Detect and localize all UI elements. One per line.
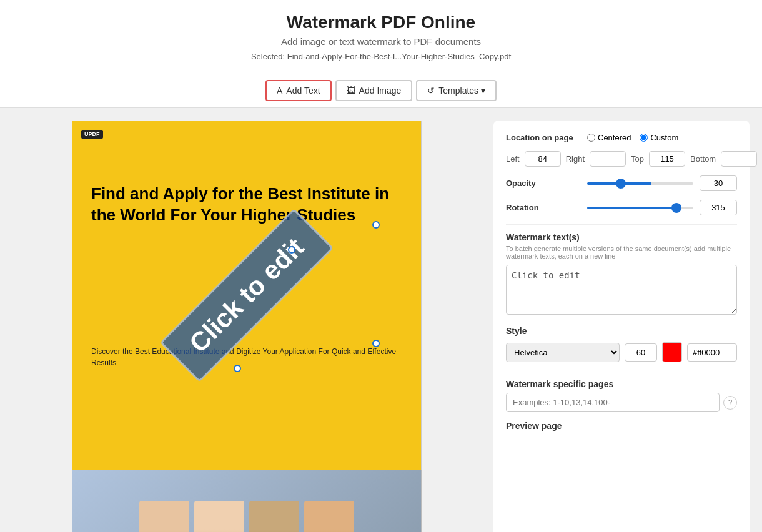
- main-content: UPDF Find and Apply for the Best Institu…: [0, 108, 762, 532]
- centered-radio[interactable]: [587, 134, 595, 142]
- style-row: Helvetica Arial Times New Roman Courier …: [506, 342, 737, 362]
- rotation-row: Rotation: [506, 200, 737, 215]
- left-input[interactable]: [525, 151, 561, 167]
- custom-option[interactable]: Custom: [640, 133, 678, 142]
- centered-option[interactable]: Centered: [587, 133, 631, 142]
- specific-pages-label: Watermark specific pages: [506, 379, 737, 389]
- left-label: Left: [506, 154, 520, 164]
- location-radio-group: Centered Custom: [587, 133, 678, 142]
- custom-radio[interactable]: [640, 134, 648, 142]
- main-toolbar: A Add Text 🖼 Add Image ↺ Templates ▾: [0, 74, 762, 108]
- bottom-input[interactable]: [721, 151, 757, 167]
- pdf-main-text: Find and Apply for the Best Institute in…: [91, 184, 402, 226]
- location-label: Location on page: [506, 133, 581, 142]
- right-label: Right: [566, 154, 585, 164]
- add-text-button[interactable]: A Add Text: [265, 80, 332, 101]
- add-image-button[interactable]: 🖼 Add Image: [335, 80, 413, 101]
- opacity-settings-label: Opacity: [506, 179, 581, 188]
- pages-input-row: ?: [506, 393, 737, 412]
- pdf-logo: UPDF: [81, 130, 103, 139]
- preview-page-label: Preview page: [506, 421, 737, 431]
- image-icon: 🖼: [347, 86, 355, 96]
- font-size-input[interactable]: [625, 343, 657, 362]
- person-2: [194, 501, 244, 532]
- watermark-texts-hint: To batch generate multiple versions of t…: [506, 245, 737, 260]
- rotation-label: Rotation: [506, 203, 581, 212]
- watermark-handle-br[interactable]: [372, 340, 380, 347]
- page-subtitle: Add image or text watermark to PDF docum…: [0, 36, 762, 47]
- text-icon: A: [277, 86, 282, 96]
- rotation-slider[interactable]: [587, 207, 693, 209]
- templates-icon: ↺: [427, 86, 435, 96]
- page-title: Watermark PDF Online: [0, 12, 762, 32]
- watermark-texts-label: Watermark text(s): [506, 232, 737, 242]
- top-label: Top: [631, 154, 644, 164]
- rotation-slider-row: [587, 200, 737, 215]
- watermark-handle-center[interactable]: [234, 365, 241, 372]
- divider-1: [506, 224, 737, 225]
- people-group: [72, 470, 421, 532]
- rotation-value-input[interactable]: [700, 200, 737, 215]
- pages-input[interactable]: [506, 393, 720, 412]
- pdf-heading: Find and Apply for the Best Institute in…: [91, 184, 402, 226]
- watermark-text-section: Watermark text(s) To batch generate mult…: [506, 232, 737, 317]
- person-3: [249, 501, 299, 532]
- pdf-sub-text: Discover the Best Educational Institute …: [91, 346, 402, 368]
- style-section: Style Helvetica Arial Times New Roman Co…: [506, 326, 737, 362]
- watermark-handle-tl[interactable]: [288, 246, 295, 254]
- top-input[interactable]: [649, 151, 685, 167]
- page-header: Watermark PDF Online Add image or text w…: [0, 0, 762, 74]
- settings-panel: Location on page Centered Custom Left Ri…: [493, 121, 750, 532]
- style-label: Style: [506, 326, 737, 336]
- selected-file: Selected: Find-and-Apply-For-the-Best-I.…: [0, 52, 762, 61]
- logo-box: UPDF: [81, 130, 103, 139]
- opacity-value-input[interactable]: [700, 175, 737, 191]
- bottom-label: Bottom: [690, 154, 716, 164]
- person-1: [139, 501, 189, 532]
- opacity-row: Opacity: [506, 175, 737, 191]
- location-row: Location on page Centered Custom: [506, 133, 737, 142]
- photo-area: [72, 470, 422, 532]
- person-4: [304, 501, 354, 532]
- opacity-slider[interactable]: [587, 182, 693, 185]
- pdf-preview[interactable]: UPDF Find and Apply for the Best Institu…: [72, 121, 422, 470]
- preview-area: UPDF Find and Apply for the Best Institu…: [12, 121, 481, 532]
- watermark-textarea[interactable]: Click to edit: [506, 265, 737, 315]
- opacity-slider-row: [587, 175, 737, 191]
- color-swatch[interactable]: [662, 342, 682, 362]
- divider-2: [506, 370, 737, 370]
- color-hex-input[interactable]: [687, 343, 737, 362]
- specific-pages-section: Watermark specific pages ?: [506, 379, 737, 412]
- templates-button[interactable]: ↺ Templates ▾: [416, 80, 497, 101]
- right-input[interactable]: [590, 151, 626, 167]
- help-icon[interactable]: ?: [723, 396, 737, 410]
- watermark-handle-tr[interactable]: [372, 221, 380, 229]
- position-inputs: Left Right Top Bottom: [506, 151, 737, 167]
- font-select[interactable]: Helvetica Arial Times New Roman Courier …: [506, 343, 620, 362]
